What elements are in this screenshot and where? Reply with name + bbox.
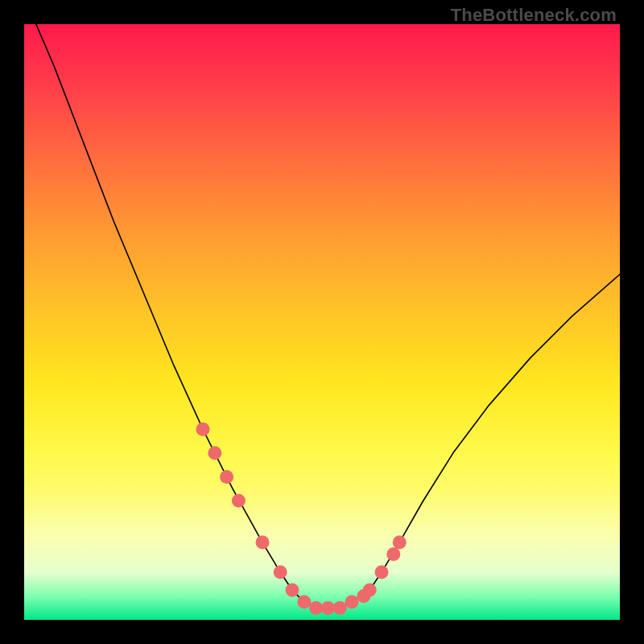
curve-svg [24,24,620,620]
highlight-dot [274,565,287,579]
highlight-dot [375,565,389,579]
highlight-dot [220,470,233,484]
highlight-dot [256,535,270,549]
highlight-dot [333,601,347,615]
highlight-dot [345,595,359,609]
highlight-dot [286,584,299,597]
bottleneck-curve [36,24,620,608]
watermark: TheBottleneck.com [451,5,617,26]
highlight-dot [386,547,400,561]
highlight-dot [232,494,246,508]
chart-frame: TheBottleneck.com [0,0,644,644]
highlight-dot [309,601,323,615]
highlight-dot [196,423,210,436]
highlight-dots [196,423,407,615]
highlight-dot [208,446,221,460]
plot-area [24,24,620,620]
highlight-dot [297,595,311,609]
highlight-dot [321,601,335,615]
highlight-dot [393,535,407,549]
highlight-dot [363,584,377,597]
